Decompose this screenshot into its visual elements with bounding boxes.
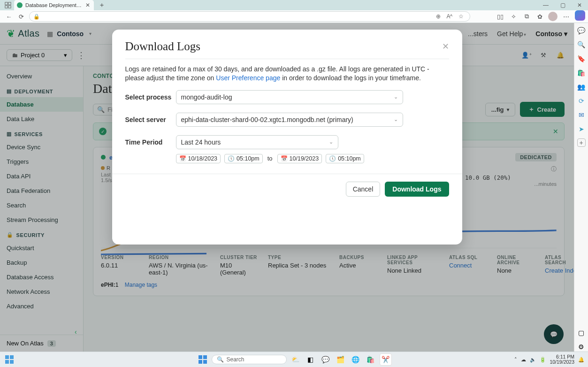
- collections-icon[interactable]: ⧉: [520, 10, 533, 23]
- svg-rect-4: [5, 355, 9, 359]
- tray-cloud-icon[interactable]: ☁: [521, 357, 526, 362]
- zoom-icon[interactable]: ⊕: [433, 11, 443, 22]
- user-preference-link[interactable]: User Preference page: [216, 74, 280, 82]
- windows-taskbar: 🔍Search ⛅ ◧ 💬 🗂️ 🌐 🛍️ ✂️ ˄ ☁ 🔈 🔋 6:11 PM…: [0, 352, 588, 367]
- window-minimize-button[interactable]: —: [537, 0, 554, 10]
- cancel-button[interactable]: Cancel: [346, 182, 381, 197]
- extensions-icon[interactable]: ✿: [534, 10, 546, 23]
- time-period-value: Last 24 hours: [181, 138, 221, 146]
- sidebar-settings-icon[interactable]: ⚙: [577, 342, 586, 352]
- task-view-icon[interactable]: ◧: [305, 353, 317, 366]
- task-explorer-icon[interactable]: 🗂️: [335, 353, 347, 366]
- svg-rect-10: [199, 360, 202, 364]
- tag-icon[interactable]: 🔖: [577, 54, 586, 63]
- widgets-button[interactable]: [4, 354, 15, 365]
- tray-volume-icon[interactable]: 🔈: [530, 357, 536, 363]
- search-icon: 🔍: [217, 356, 224, 363]
- outlook-icon[interactable]: ✉: [577, 110, 586, 120]
- window-close-button[interactable]: ✕: [571, 0, 588, 10]
- more-icon[interactable]: ⋯: [560, 10, 572, 23]
- sidebar-panel-icon[interactable]: ▢: [577, 328, 586, 337]
- time-period-dropdown[interactable]: Last 24 hours ⌄: [176, 135, 338, 149]
- chevron-down-icon: ⌄: [329, 139, 333, 145]
- chevron-down-icon: ⌄: [394, 94, 398, 100]
- browser-tab[interactable]: Database Deployments | Cloud: ✕: [14, 0, 94, 10]
- nav-back-button[interactable]: ←: [3, 10, 15, 23]
- lock-icon: 🔒: [33, 14, 40, 20]
- task-snip-icon[interactable]: ✂️: [380, 353, 392, 366]
- tab-title: Database Deployments | Cloud:: [25, 2, 82, 8]
- edge-sidebar: 💬 🔍 🔖 🛍️ 👥 ⟳ ✉ ➤ + ▢ ⚙: [574, 23, 588, 352]
- modal-title: Download Logs: [125, 40, 200, 53]
- new-tab-button[interactable]: ＋: [97, 0, 107, 10]
- calendar-icon: 📅: [281, 155, 288, 162]
- split-screen-icon[interactable]: ▯▯: [494, 10, 506, 23]
- clock-icon: 🕔: [228, 155, 235, 162]
- chat-icon[interactable]: 💬: [577, 26, 586, 35]
- send-icon[interactable]: ➤: [577, 124, 586, 134]
- svg-rect-5: [10, 355, 14, 359]
- svg-rect-8: [199, 355, 202, 359]
- window-maximize-button[interactable]: ▢: [554, 0, 571, 10]
- svg-rect-11: [203, 360, 207, 364]
- browser-addressbar: ← ⟳ 🔒 ⊕ Aᴬ ☆ ▯▯ ✧ ⧉ ✿ ⋯: [0, 10, 588, 23]
- favorites-bar-icon[interactable]: ✧: [507, 10, 519, 23]
- select-server-label: Select server: [125, 116, 176, 123]
- svg-rect-1: [8, 2, 11, 5]
- people-icon[interactable]: 👥: [577, 82, 586, 92]
- select-process-dropdown[interactable]: mongod-audit-log ⌄: [176, 90, 403, 104]
- select-process-label: Select process: [125, 93, 176, 101]
- taskbar-search-input[interactable]: 🔍Search: [212, 355, 287, 364]
- start-button[interactable]: [197, 353, 209, 366]
- tab-close-icon[interactable]: ✕: [85, 2, 90, 8]
- time-period-label: Time Period: [125, 138, 176, 146]
- clock-icon: 🕔: [329, 155, 336, 162]
- svg-rect-2: [5, 6, 8, 8]
- browser-tabbar: Database Deployments | Cloud: ✕ ＋ — ▢ ✕: [0, 0, 588, 10]
- modal-overlay: Download Logs ✕ Logs are retained for a …: [0, 23, 574, 352]
- tray-notifications-icon[interactable]: 🔔: [578, 357, 584, 363]
- download-logs-button[interactable]: Download Logs: [385, 182, 449, 197]
- refresh-icon[interactable]: ⟳: [577, 96, 586, 106]
- to-date-input[interactable]: 📅10/19/2023: [277, 154, 322, 163]
- select-server-dropdown[interactable]: ephi-data-cluster-shard-00-02.xgtc1.mong…: [176, 113, 403, 127]
- url-input[interactable]: 🔒 ⊕ Aᴬ ☆: [29, 11, 470, 22]
- select-server-value: ephi-data-cluster-shard-00-02.xgtc1.mong…: [181, 116, 353, 123]
- svg-rect-7: [10, 360, 14, 364]
- tab-overview-icon[interactable]: [2, 0, 14, 10]
- text-size-icon[interactable]: Aᴬ: [444, 11, 455, 22]
- svg-rect-6: [5, 360, 9, 364]
- to-time-input[interactable]: 🕔05:10pm: [326, 154, 364, 163]
- sidebar-add-button[interactable]: +: [577, 138, 586, 147]
- svg-rect-3: [8, 6, 11, 8]
- favorite-icon[interactable]: ☆: [456, 11, 466, 22]
- calendar-icon: 📅: [179, 155, 186, 162]
- modal-close-icon[interactable]: ✕: [442, 41, 449, 52]
- svg-rect-9: [203, 355, 207, 359]
- tray-clock[interactable]: 6:11 PM 10/19/2023: [550, 354, 574, 365]
- task-edge-icon[interactable]: 🌐: [350, 353, 362, 366]
- window-controls: — ▢ ✕: [537, 0, 588, 10]
- to-label: to: [267, 155, 273, 162]
- from-date-input[interactable]: 📅10/18/2023: [176, 154, 221, 163]
- task-store-icon[interactable]: 🛍️: [365, 353, 377, 366]
- modal-description: Logs are retained for a max of 30 days, …: [125, 65, 449, 83]
- tray-battery-icon[interactable]: 🔋: [540, 357, 546, 363]
- search-icon[interactable]: 🔍: [577, 40, 586, 49]
- profile-avatar[interactable]: [547, 10, 559, 23]
- download-logs-modal: Download Logs ✕ Logs are retained for a …: [112, 30, 462, 245]
- shopping-icon[interactable]: 🛍️: [577, 68, 586, 77]
- copilot-icon[interactable]: [575, 10, 585, 21]
- task-chat-icon[interactable]: 💬: [320, 353, 332, 366]
- chevron-down-icon: ⌄: [394, 116, 398, 122]
- from-time-input[interactable]: 🕔05:10pm: [224, 154, 263, 163]
- nav-refresh-button[interactable]: ⟳: [15, 10, 27, 23]
- tray-chevron-icon[interactable]: ˄: [514, 357, 517, 362]
- svg-rect-0: [5, 2, 8, 5]
- mongodb-favicon-icon: [17, 2, 23, 8]
- task-weather-icon[interactable]: ⛅: [290, 353, 302, 366]
- select-process-value: mongod-audit-log: [181, 93, 232, 101]
